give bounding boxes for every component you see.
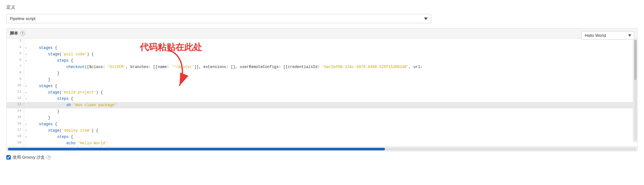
code-line-content	[28, 38, 633, 45]
line-collapse-arrow[interactable]: ▾	[24, 51, 28, 58]
code-line-content: steps {	[28, 58, 633, 64]
code-line-content: echo 'Hello World'	[28, 140, 633, 147]
code-line-content: stage('deploy item') {	[28, 127, 633, 134]
line-collapse-arrow[interactable]: ▾	[24, 127, 28, 134]
script-header-label: 脚本	[10, 31, 18, 36]
line-number: 3	[7, 38, 24, 45]
line-number: 8	[7, 70, 24, 77]
line-collapse-arrow[interactable]: ▾	[24, 58, 28, 64]
line-collapse-arrow[interactable]: ▾	[24, 134, 28, 140]
pipeline-dropdown-row: Pipeline script Pipeline script from SCM	[0, 12, 644, 26]
line-collapse-arrow	[24, 64, 28, 70]
scroll-h-thumb	[8, 148, 385, 150]
code-line-content: }	[28, 77, 633, 83]
line-number: 18	[7, 134, 24, 140]
code-line-content: stage('pull code') {	[28, 51, 633, 58]
definition-label: 定义	[0, 3, 644, 12]
code-line-content: stages {	[28, 121, 633, 127]
scroll-v-track	[634, 40, 637, 141]
code-line-content: steps {	[28, 134, 633, 140]
pipeline-script-select[interactable]: Pipeline script Pipeline script from SCM	[6, 14, 431, 23]
line-collapse-arrow[interactable]: ▾	[24, 96, 28, 102]
line-collapse-arrow[interactable]: ▾	[24, 89, 28, 96]
line-collapse-arrow	[24, 77, 28, 83]
hello-world-select[interactable]: Hello World Hello World (Scripted) GitHu…	[581, 31, 634, 40]
groovy-sandbox-help[interactable]: ?	[47, 155, 51, 160]
line-collapse-arrow	[24, 108, 28, 115]
line-collapse-arrow	[24, 38, 28, 45]
code-line-content: }	[28, 108, 633, 115]
script-header: 脚本 ?	[7, 29, 637, 38]
line-collapse-arrow[interactable]: ▾	[24, 45, 28, 51]
line-number: 4	[7, 45, 24, 51]
code-line-content: stage('build project') {	[28, 89, 633, 96]
line-collapse-arrow	[24, 102, 28, 108]
script-help-badge[interactable]: ?	[20, 31, 25, 36]
line-number: 17	[7, 127, 24, 134]
code-editor[interactable]: 34▾ stages {5▾ stage('pull code') {6▾ st…	[7, 38, 637, 147]
code-line-content: stages {	[28, 45, 633, 51]
code-line-content: steps {	[28, 96, 633, 102]
page-wrapper: 定义 Pipeline script Pipeline script from …	[0, 0, 644, 185]
line-number: 16	[7, 121, 24, 127]
line-number: 6	[7, 58, 24, 64]
line-number: 7	[7, 64, 24, 70]
groovy-sandbox-checkbox[interactable]	[6, 155, 11, 160]
code-line-content: checkout([$class: 'GitSCM', branches: [[…	[28, 64, 633, 70]
code-line-content: }	[28, 115, 633, 121]
code-line-content: }	[28, 70, 633, 77]
code-line-content: stages {	[28, 83, 633, 89]
line-number: 15	[7, 115, 24, 121]
line-collapse-arrow	[24, 140, 28, 147]
line-number: 19	[7, 140, 24, 147]
horizontal-scrollbar[interactable]	[7, 147, 637, 151]
scroll-v-thumb	[634, 40, 637, 80]
groovy-sandbox-wrapper: 使用 Groovy 沙盒 ?	[6, 154, 51, 160]
code-line-content: sh 'mvn clean package'	[28, 102, 633, 108]
scroll-h-track	[8, 148, 636, 150]
bottom-section: 使用 Groovy 沙盒 ?	[0, 151, 644, 163]
code-table: 34▾ stages {5▾ stage('pull code') {6▾ st…	[7, 38, 633, 147]
line-collapse-arrow	[24, 115, 28, 121]
vertical-scrollbar[interactable]	[633, 38, 637, 142]
line-number: 11	[7, 89, 24, 96]
line-number: 5	[7, 51, 24, 58]
line-collapse-arrow[interactable]: ▾	[24, 83, 28, 89]
line-number: 13	[7, 102, 24, 108]
line-number: 12	[7, 96, 24, 102]
line-number: 10	[7, 83, 24, 89]
groovy-sandbox-label: 使用 Groovy 沙盒	[13, 154, 45, 160]
line-number: 9	[7, 77, 24, 83]
line-collapse-arrow	[24, 70, 28, 77]
script-section: 脚本 ? Hello World Hello World (Scripted) …	[6, 28, 638, 151]
line-collapse-arrow[interactable]: ▾	[24, 121, 28, 127]
hello-world-dropdown: Hello World Hello World (Scripted) GitHu…	[581, 31, 634, 40]
line-number: 14	[7, 108, 24, 115]
